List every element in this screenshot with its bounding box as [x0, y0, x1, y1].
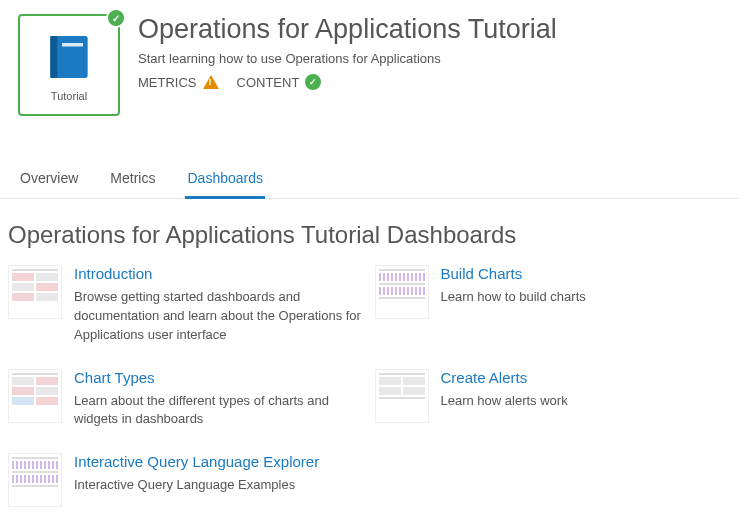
warning-icon [203, 75, 219, 89]
card-desc: Learn about the different types of chart… [74, 392, 365, 430]
content-status[interactable]: CONTENT ✓ [237, 74, 322, 90]
content-label: CONTENT [237, 75, 300, 90]
tab-dashboards[interactable]: Dashboards [185, 160, 265, 199]
dashboard-thumb-icon [375, 265, 429, 319]
dashboard-thumb-icon [8, 369, 62, 423]
book-icon [41, 29, 97, 85]
dashboard-thumb-icon [8, 453, 62, 507]
check-icon: ✓ [305, 74, 321, 90]
tabs: Overview Metrics Dashboards [0, 160, 739, 199]
dashboard-cards: Introduction Browse getting started dash… [0, 265, 739, 507]
card-desc: Browse getting started dashboards and do… [74, 288, 365, 345]
section-title: Operations for Applications Tutorial Das… [0, 199, 739, 265]
card-query-explorer[interactable]: Interactive Query Language Explorer Inte… [8, 453, 370, 507]
status-row: METRICS CONTENT ✓ [138, 74, 557, 90]
card-desc: Interactive Query Language Examples [74, 476, 370, 495]
integration-tile[interactable]: ✓ Tutorial [18, 14, 120, 116]
card-title[interactable]: Introduction [74, 265, 365, 282]
svg-rect-1 [50, 36, 57, 78]
card-create-alerts[interactable]: Create Alerts Learn how alerts work [375, 369, 732, 430]
card-title[interactable]: Chart Types [74, 369, 365, 386]
card-desc: Learn how to build charts [441, 288, 732, 307]
metrics-label: METRICS [138, 75, 197, 90]
metrics-status[interactable]: METRICS [138, 75, 219, 90]
svg-rect-2 [62, 43, 83, 47]
dashboard-thumb-icon [375, 369, 429, 423]
card-chart-types[interactable]: Chart Types Learn about the different ty… [8, 369, 365, 430]
card-build-charts[interactable]: Build Charts Learn how to build charts [375, 265, 732, 345]
page-title: Operations for Applications Tutorial [138, 14, 557, 45]
card-desc: Learn how alerts work [441, 392, 732, 411]
dashboard-thumb-icon [8, 265, 62, 319]
header-text: Operations for Applications Tutorial Sta… [138, 14, 557, 90]
card-title[interactable]: Build Charts [441, 265, 732, 282]
status-check-icon: ✓ [106, 8, 126, 28]
card-title[interactable]: Interactive Query Language Explorer [74, 453, 370, 470]
card-title[interactable]: Create Alerts [441, 369, 732, 386]
tile-label: Tutorial [51, 90, 87, 102]
tab-metrics[interactable]: Metrics [108, 160, 157, 199]
card-introduction[interactable]: Introduction Browse getting started dash… [8, 265, 365, 345]
tab-overview[interactable]: Overview [18, 160, 80, 199]
page-subtitle: Start learning how to use Operations for… [138, 51, 557, 66]
header: ✓ Tutorial Operations for Applications T… [0, 0, 739, 130]
